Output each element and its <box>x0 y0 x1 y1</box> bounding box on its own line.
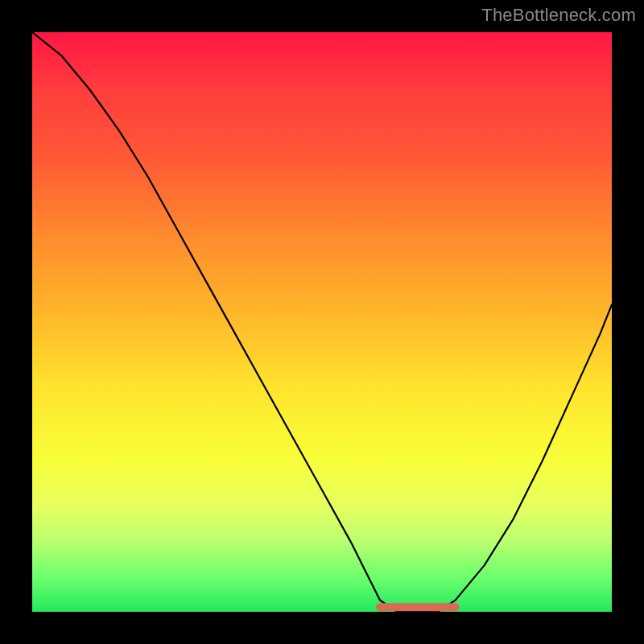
bottleneck-curve <box>32 32 612 612</box>
chart-frame: TheBottleneck.com <box>0 0 644 644</box>
chart-svg <box>32 32 612 612</box>
plot-area <box>32 32 612 612</box>
watermark-text: TheBottleneck.com <box>481 5 636 26</box>
